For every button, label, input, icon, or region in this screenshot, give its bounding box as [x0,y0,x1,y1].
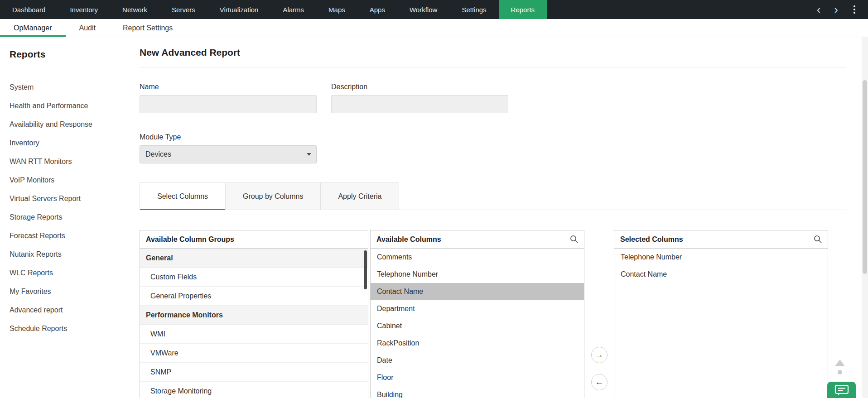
group-item-wmi[interactable]: WMI [140,325,368,344]
sidebar-item-inventory[interactable]: Inventory [10,134,117,152]
group-item-storage-monitoring[interactable]: Storage Monitoring [140,382,368,398]
secondary-nav: OpManager Audit Report Settings [0,19,868,37]
kebab-menu-icon[interactable] [852,4,857,15]
group-item-snmp[interactable]: SNMP [140,363,368,382]
available-columns-panel: Available Columns Comments Telephone Num… [370,230,584,398]
module-type-value: Devices [145,150,171,158]
selected-column-row[interactable]: Contact Name [614,266,828,283]
module-type-label: Module Type [140,133,181,141]
available-column-row[interactable]: Comments [371,249,584,266]
nav-item-workflow[interactable]: Workflow [397,0,449,19]
available-columns-title: Available Columns [376,235,441,244]
available-column-row[interactable]: Cabinet [371,317,584,335]
selected-columns-title: Selected Columns [620,235,683,244]
name-input[interactable] [140,95,317,113]
sidebar-item-availability-and-response[interactable]: Availability and Response [10,115,117,134]
sidebar-title: Reports [10,49,117,60]
sidebar-item-system[interactable]: System [10,78,117,96]
group-item-custom-fields[interactable]: Custom Fields [140,268,368,287]
sidebar-item-storage-reports[interactable]: Storage Reports [10,208,117,226]
available-columns-header: Available Columns [371,230,584,249]
nav-item-reports[interactable]: Reports [499,0,547,19]
arrow-right-icon: → [595,350,603,360]
name-label: Name [140,83,317,91]
search-icon[interactable] [570,235,579,244]
title-divider [140,67,846,67]
available-column-row[interactable]: Department [371,300,584,317]
group-item-general-properties[interactable]: General Properties [140,287,368,306]
available-column-groups-header: Available Column Groups [140,230,368,249]
tab-group-by-columns[interactable]: Group by Columns [225,182,320,210]
nav-item-inventory[interactable]: Inventory [58,0,110,19]
available-column-groups-panel: Available Column Groups General Custom F… [140,230,368,398]
back-icon[interactable]: ‹ [817,4,821,15]
nav-item-servers[interactable]: Servers [159,0,207,19]
move-right-button[interactable]: → [591,347,608,363]
nav-item-settings[interactable]: Settings [449,0,498,19]
available-column-groups-title: Available Column Groups [146,235,234,244]
nav-item-alarms[interactable]: Alarms [270,0,316,19]
available-column-row[interactable]: Building [371,386,584,398]
selected-column-row[interactable]: Telephone Number [614,249,828,266]
sidebar-item-schedule-reports[interactable]: Schedule Reports [10,319,117,338]
available-column-row[interactable]: RackPosition [371,335,584,352]
chat-icon [834,384,849,398]
group-row-performance-monitors[interactable]: Performance Monitors [140,306,368,325]
nav-item-virtualization[interactable]: Virtualization [207,0,271,19]
nav-item-network[interactable]: Network [110,0,159,19]
available-column-row[interactable]: Date [371,352,584,369]
search-icon[interactable] [814,235,822,244]
tab-audit[interactable]: Audit [66,19,109,37]
groups-panel-scrollbar-thumb[interactable] [364,250,367,289]
tab-select-columns[interactable]: Select Columns [140,182,225,210]
sidebar-item-voip-monitors[interactable]: VoIP Monitors [10,171,117,189]
sidebar-item-virtual-servers-report[interactable]: Virtual Servers Report [10,189,117,208]
top-nav-controls: ‹ › [817,0,868,19]
available-column-row[interactable]: Telephone Number [371,266,584,283]
top-nav: Dashboard Inventory Network Servers Virt… [0,0,868,19]
tab-report-settings[interactable]: Report Settings [109,19,186,37]
support-chat-button[interactable] [827,382,856,398]
nav-item-apps[interactable]: Apps [357,0,397,19]
description-label: Description [331,83,508,91]
module-type-select[interactable]: Devices [140,145,317,163]
sidebar-item-forecast-reports[interactable]: Forecast Reports [10,226,117,245]
sidebar-item-nutanix-reports[interactable]: Nutanix Reports [10,245,117,264]
selected-columns-header: Selected Columns [614,230,828,249]
group-row-general[interactable]: General [140,249,368,268]
arrow-left-icon: ← [595,377,603,387]
sidebar-item-my-favorites[interactable]: My Favorites [10,282,117,301]
forward-icon[interactable]: › [834,4,838,15]
tab-opmanager[interactable]: OpManager [0,19,66,37]
move-left-button[interactable]: ← [591,374,608,390]
page-scrollbar[interactable] [862,37,868,398]
nav-item-dashboard[interactable]: Dashboard [0,0,58,19]
move-buttons: → ← [584,230,614,390]
sidebar-item-advanced-report[interactable]: Advanced report [10,301,117,319]
sidebar-item-wan-rtt-monitors[interactable]: WAN RTT Monitors [10,152,117,171]
sidebar-item-wlc-reports[interactable]: WLC Reports [10,264,117,282]
available-column-row[interactable]: Floor [371,369,584,386]
main-content: New Advanced Report Name Description Mod… [122,37,868,398]
scroll-to-top-icon[interactable] [835,360,845,366]
group-item-vmware[interactable]: VMWare [140,344,368,363]
available-column-row-selected[interactable]: Contact Name [371,283,584,300]
description-input[interactable] [331,95,508,113]
nav-item-maps[interactable]: Maps [316,0,357,19]
page-scrollbar-thumb[interactable] [863,80,867,274]
page-title: New Advanced Report [140,47,846,58]
reports-sidebar: Reports System Health and Performance Av… [0,37,122,398]
selected-columns-panel: Selected Columns Telephone Number Contac… [614,230,828,398]
chevron-down-icon [307,153,311,156]
tab-apply-criteria[interactable]: Apply Criteria [320,182,399,210]
scroll-indicator-dot [838,370,842,374]
sidebar-item-health-and-performance[interactable]: Health and Performance [10,96,117,115]
report-tabs: Select Columns Group by Columns Apply Cr… [140,182,846,210]
dropdown-section[interactable] [301,146,316,163]
